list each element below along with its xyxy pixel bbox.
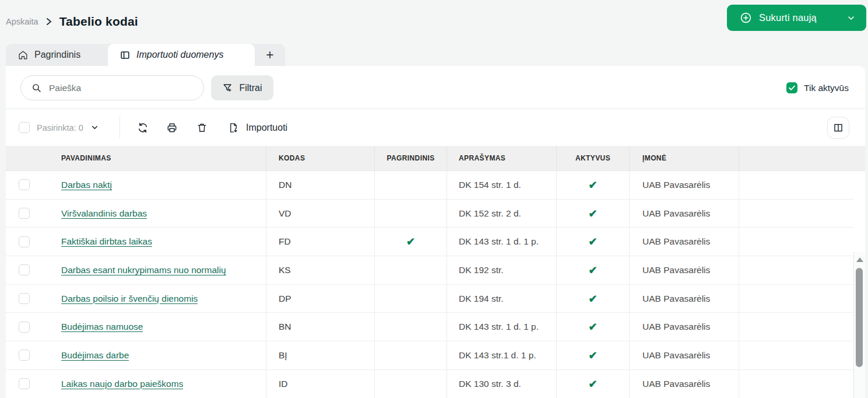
add-tab-button[interactable]: +	[255, 44, 285, 66]
active-only-checkbox[interactable]	[786, 82, 797, 93]
create-new-button[interactable]: Sukurti naują	[727, 5, 866, 31]
search-icon	[31, 83, 42, 93]
selection-count-label: Pasirinkta: 0	[37, 123, 83, 132]
column-settings-button[interactable]	[827, 117, 849, 139]
active-check-icon: ✔	[588, 350, 597, 361]
row-name-link[interactable]: Laikas naujo darbo paieškoms	[61, 379, 183, 389]
table-toolbar: Pasirinkta: 0 Importuoti	[6, 109, 865, 146]
layout-panel-icon	[120, 50, 131, 61]
breadcrumb-parent[interactable]: Apskaita	[6, 17, 38, 26]
row-company: UAB Pavasarėlis	[630, 370, 739, 398]
active-check-icon: ✔	[588, 180, 597, 190]
row-code: DN	[266, 171, 375, 199]
vertical-scrollbar[interactable]	[853, 252, 865, 398]
col-header-description[interactable]: APRAŠYMAS	[447, 146, 557, 170]
selection-dropdown[interactable]: Pasirinkta: 0	[19, 109, 99, 146]
row-company: UAB Pavasarėlis	[630, 256, 739, 284]
import-label: Importuoti	[246, 123, 287, 133]
import-action[interactable]: Importuoti	[228, 109, 287, 146]
row-code: VD	[266, 200, 375, 228]
row-company: UAB Pavasarėlis	[630, 341, 739, 369]
breadcrumb-chevron-icon	[45, 18, 52, 26]
active-check-icon: ✔	[588, 265, 597, 275]
row-name-link[interactable]: Darbas esant nukrypimams nuo normalių	[61, 265, 226, 275]
active-check-icon: ✔	[588, 294, 597, 304]
search-box[interactable]	[20, 75, 204, 100]
chevron-down-icon[interactable]	[90, 123, 99, 132]
row-checkbox[interactable]	[19, 264, 30, 275]
search-input[interactable]	[49, 83, 183, 93]
table-body: Darbas naktį DN ✔ DK 154 str. 1 d. ✔ UAB…	[6, 171, 853, 398]
select-all-checkbox[interactable]	[19, 122, 30, 133]
delete-button[interactable]	[196, 109, 208, 146]
table-row: Laikas naujo darbo paieškoms ID ✔ DK 130…	[6, 370, 853, 398]
active-check-icon: ✔	[588, 236, 597, 247]
scroll-up-arrow-icon[interactable]	[856, 257, 863, 262]
print-button[interactable]	[166, 109, 178, 146]
columns-icon	[833, 123, 844, 133]
table-row: Darbas esant nukrypimams nuo normalių KS…	[6, 256, 853, 285]
active-only-toggle[interactable]: Tik aktyvūs	[786, 75, 849, 100]
col-header-code[interactable]: KODAS	[266, 146, 375, 170]
main-check-icon: ✔	[406, 236, 415, 247]
refresh-button[interactable]	[137, 109, 149, 146]
row-code: ID	[266, 370, 375, 398]
row-code: FD	[266, 228, 375, 256]
row-description: DK 130 str. 3 d.	[447, 370, 557, 398]
row-code: DP	[266, 285, 375, 313]
row-checkbox[interactable]	[19, 322, 30, 333]
row-name-link[interactable]: Viršvalandinis darbas	[61, 208, 147, 219]
table-header-row: PAVADINIMAS KODAS PAGRINDINIS APRAŠYMAS …	[6, 146, 865, 171]
row-checkbox[interactable]	[19, 293, 30, 304]
col-header-main[interactable]: PAGRINDINIS	[375, 146, 447, 170]
active-check-icon: ✔	[588, 208, 597, 219]
row-company: UAB Pavasarėlis	[630, 285, 739, 313]
chevron-down-icon[interactable]	[846, 13, 856, 23]
app-root: Apskaita Tabelio kodai Sukurti naują Pag…	[0, 0, 868, 398]
content-panel: Filtrai Tik aktyvūs Pasirinkta: 0	[6, 66, 865, 398]
active-check-icon: ✔	[588, 322, 597, 332]
filters-button[interactable]: Filtrai	[211, 75, 273, 100]
row-description: DK 143 str. 1 d. 1 p.	[447, 228, 557, 256]
row-description: DK 154 str. 1 d.	[447, 171, 557, 199]
col-header-empty	[739, 146, 865, 170]
row-checkbox[interactable]	[19, 236, 30, 247]
row-description: DK 143 str. 1 d. 1 p.	[447, 313, 557, 341]
table-row: Viršvalandinis darbas VD ✔ DK 152 str. 2…	[6, 200, 853, 228]
row-name-link[interactable]: Darbas poilsio ir švenčių dienomis	[61, 294, 198, 304]
row-company: UAB Pavasarėlis	[630, 228, 739, 256]
table-row: Darbas poilsio ir švenčių dienomis DP ✔ …	[6, 285, 853, 313]
table-row: Budėjimas darbe BĮ ✔ DK 143 str.1 d. 1 p…	[6, 341, 853, 370]
row-code: BN	[266, 313, 375, 341]
row-name-link[interactable]: Faktiškai dirbtas laikas	[61, 236, 152, 247]
home-icon	[17, 50, 29, 61]
filter-row: Filtrai Tik aktyvūs	[6, 66, 865, 109]
page-header: Apskaita Tabelio kodai Sukurti naują	[6, 8, 868, 35]
row-checkbox[interactable]	[19, 179, 30, 190]
row-description: DK 194 str.	[447, 285, 557, 313]
col-header-name[interactable]: PAVADINIMAS	[6, 146, 266, 170]
row-company: UAB Pavasarėlis	[630, 200, 739, 228]
import-file-icon	[228, 122, 239, 134]
page-title: Tabelio kodai	[59, 15, 138, 29]
active-only-label: Tik aktyvūs	[804, 83, 849, 93]
tab-pagrindinis-label: Pagrindinis	[34, 50, 80, 60]
funnel-icon	[222, 82, 233, 93]
row-checkbox[interactable]	[19, 378, 30, 389]
row-description: DK 143 str.1 d. 1 p.	[447, 341, 557, 369]
col-header-company[interactable]: ĮMONĖ	[630, 146, 739, 170]
table-row: Faktiškai dirbtas laikas FD ✔ DK 143 str…	[6, 228, 853, 256]
row-checkbox[interactable]	[19, 208, 30, 219]
plus-circle-icon	[740, 12, 752, 24]
row-checkbox[interactable]	[19, 350, 30, 361]
scrollbar-thumb[interactable]	[856, 268, 863, 367]
row-name-link[interactable]: Darbas naktį	[61, 180, 112, 190]
row-name-link[interactable]: Budėjimas darbe	[61, 350, 129, 361]
create-new-label: Sukurti naują	[759, 12, 817, 23]
row-name-link[interactable]: Budėjimas namuose	[61, 322, 143, 332]
tab-bar: Pagrindinis Importuoti duomenys +	[6, 44, 285, 66]
col-header-active[interactable]: AKTYVUS	[557, 146, 630, 170]
tab-importuoti-duomenys[interactable]: Importuoti duomenys	[108, 44, 255, 66]
tab-importuoti-label: Importuoti duomenys	[136, 50, 223, 60]
tab-pagrindinis[interactable]: Pagrindinis	[6, 44, 108, 66]
